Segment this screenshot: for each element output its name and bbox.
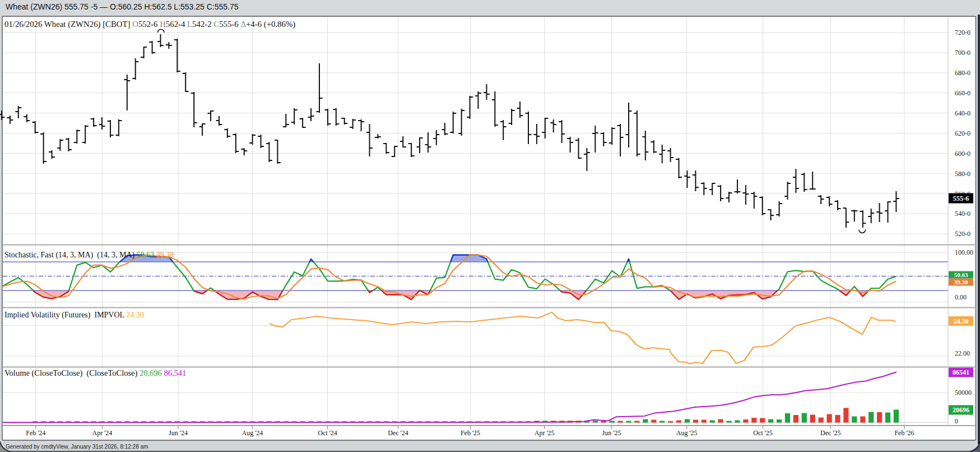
svg-text:Dec '24: Dec '24 <box>388 429 408 437</box>
svg-text:660-0: 660-0 <box>955 89 970 97</box>
svg-text:22.00: 22.00 <box>955 349 970 357</box>
svg-text:Wheat (ZWN26) 555.75 -5 — O:56: Wheat (ZWN26) 555.75 -5 — O:560.25 H:562… <box>6 2 239 11</box>
svg-text:Jun '24: Jun '24 <box>169 429 188 437</box>
svg-text:555-6: 555-6 <box>953 195 969 202</box>
svg-text:39.38: 39.38 <box>954 279 968 285</box>
svg-text:Oct '25: Oct '25 <box>753 429 773 437</box>
svg-text:Feb '24: Feb '24 <box>26 429 45 437</box>
svg-text:Generated by cmdtyView, Januar: Generated by cmdtyView, January 31st 202… <box>6 444 148 450</box>
svg-text:640-0: 640-0 <box>955 109 970 117</box>
svg-text:540-0: 540-0 <box>955 210 970 218</box>
svg-text:Implied Volatility (Futures): Implied Volatility (Futures) IMPVOL 24.3… <box>4 311 144 320</box>
svg-text:01/26/2026 Wheat (ZWN26) [CBOT: 01/26/2026 Wheat (ZWN26) [CBOT] O552-6 H… <box>4 20 295 29</box>
svg-text:520-0: 520-0 <box>955 230 970 238</box>
svg-text:Dec '25: Dec '25 <box>820 429 840 437</box>
svg-text:50.63: 50.63 <box>954 271 968 278</box>
svg-text:680-0: 680-0 <box>955 69 970 77</box>
svg-text:Apr '24: Apr '24 <box>92 429 112 437</box>
svg-text:Jun '25: Jun '25 <box>602 429 621 437</box>
svg-text:24.30: 24.30 <box>954 317 969 325</box>
svg-text:86541: 86541 <box>953 368 969 376</box>
svg-text:Aug '25: Aug '25 <box>676 429 698 437</box>
svg-text:0: 0 <box>955 417 958 425</box>
svg-text:Volume (CloseToClose) (CloseT: Volume (CloseToClose) (CloseToClose) 20,… <box>4 368 186 378</box>
svg-text:620-0: 620-0 <box>955 130 970 137</box>
svg-text:600-0: 600-0 <box>955 150 970 158</box>
svg-text:Stochastic, Fast (14, 3, MA): Stochastic, Fast (14, 3, MA) (14, 3, MA)… <box>4 251 174 260</box>
svg-text:Aug '24: Aug '24 <box>241 429 263 437</box>
svg-text:Feb '25: Feb '25 <box>461 429 480 437</box>
svg-text:Apr '25: Apr '25 <box>535 429 555 437</box>
svg-text:50000: 50000 <box>955 389 972 396</box>
svg-text:580-0: 580-0 <box>955 170 970 178</box>
svg-text:700-0: 700-0 <box>955 49 970 57</box>
svg-text:Oct '24: Oct '24 <box>318 429 337 437</box>
svg-text:100.00: 100.00 <box>955 248 973 256</box>
svg-text:0.00: 0.00 <box>955 293 967 301</box>
svg-text:20696: 20696 <box>953 406 969 414</box>
svg-text:720-0: 720-0 <box>955 29 970 36</box>
svg-text:Feb '26: Feb '26 <box>894 429 914 437</box>
